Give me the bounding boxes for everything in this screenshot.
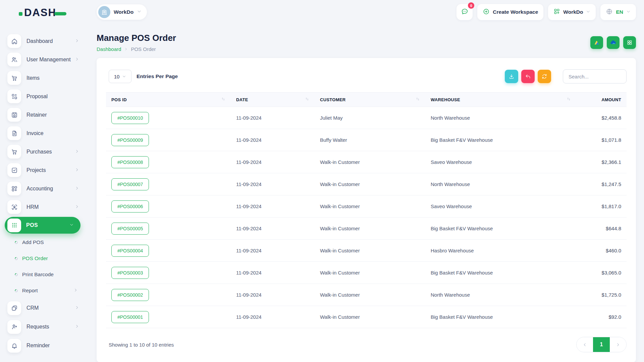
- sidebar-item-report[interactable]: Report: [0, 283, 87, 299]
- floppy-icon: [7, 108, 21, 122]
- logo-dash: [54, 12, 66, 15]
- date-cell: 11-09-2024: [231, 195, 315, 218]
- amount-cell: $92.0: [576, 306, 627, 328]
- warehouse-cell: Saveo Warehouse: [425, 151, 576, 173]
- sidebar-item-accounting[interactable]: Accounting: [0, 179, 87, 198]
- column-header-customer[interactable]: CUSTOMER: [315, 93, 425, 107]
- warehouse-cell: Big Basket F&V Warehouse: [425, 218, 576, 240]
- date-cell: 11-09-2024: [231, 262, 315, 284]
- table-row: #POS00010 11-09-2024 Juliet May North Wa…: [106, 107, 627, 129]
- column-header-date[interactable]: DATE: [231, 93, 315, 107]
- create-workspace-button[interactable]: Create Workspace: [477, 4, 543, 20]
- sidebar-item-requests[interactable]: Requests: [0, 317, 87, 336]
- pos-id-badge[interactable]: #POS00002: [111, 289, 149, 301]
- pos-order-table: POS ID DATE CUSTOMER WAREHOUSE AMOUNT #P…: [106, 92, 627, 328]
- workspace-selector[interactable]: WorkDo: [97, 4, 147, 20]
- sidebar-item-purchases[interactable]: Purchases: [0, 142, 87, 161]
- page-title: Manage POS Order: [97, 33, 176, 43]
- logo-text: DASH: [24, 7, 56, 19]
- date-cell: 11-09-2024: [231, 107, 315, 129]
- customer-cell: Walk-in Customer: [315, 262, 425, 284]
- pos-id-cell: #POS00003: [106, 262, 231, 284]
- pos-id-badge[interactable]: #POS00006: [111, 200, 149, 213]
- pagination-next-button[interactable]: [610, 337, 626, 352]
- pos-id-cell: #POS00006: [106, 195, 231, 218]
- date-cell: 11-09-2024: [231, 173, 315, 195]
- copy-squares-icon: [7, 301, 21, 315]
- pos-id-cell: #POS00007: [106, 173, 231, 195]
- sidebar-item-invoice[interactable]: Invoice: [0, 124, 87, 142]
- check-square-icon: [7, 163, 21, 177]
- pos-id-badge[interactable]: #POS00003: [111, 267, 149, 279]
- pos-table-body: #POS00010 11-09-2024 Juliet May North Wa…: [106, 107, 627, 328]
- app-logo[interactable]: DASH: [19, 7, 66, 19]
- pos-id-badge[interactable]: #POS00010: [111, 112, 149, 124]
- onedrive-icon: [610, 39, 617, 46]
- topbar: DASH WorkDo 0 Create Workspace WorkDo EN: [0, 0, 644, 24]
- sidebar-item-user-management[interactable]: User Management: [0, 50, 87, 69]
- sidebar-item-dashboard[interactable]: Dashboard: [0, 32, 87, 50]
- sort-icon[interactable]: [305, 97, 309, 102]
- pagination-prev-button[interactable]: [577, 337, 593, 352]
- amount-cell: $2,366.1: [576, 151, 627, 173]
- warehouse-cell: North Warehouse: [425, 173, 576, 195]
- sidebar-item-hrm[interactable]: HRM: [0, 198, 87, 216]
- chevron-left-icon: [583, 343, 587, 347]
- sidebar-item-pos[interactable]: POS: [5, 217, 80, 234]
- sidebar-item-items[interactable]: Items: [0, 69, 87, 87]
- chat-icon: [461, 8, 469, 17]
- sort-icon[interactable]: [416, 97, 420, 102]
- customer-cell: Walk-in Customer: [315, 151, 425, 173]
- workspace-dropdown[interactable]: WorkDo: [548, 4, 596, 20]
- chevron-right-icon: [75, 38, 79, 44]
- grid-view-button[interactable]: [623, 36, 636, 49]
- amount-cell: $2,458.8: [576, 107, 627, 129]
- sidebar-item-crm[interactable]: CRM: [0, 299, 87, 317]
- users-icon: [7, 53, 21, 66]
- search-input[interactable]: [563, 69, 627, 83]
- amount-cell: $1,725.0: [576, 284, 627, 306]
- pos-id-badge[interactable]: #POS00008: [111, 156, 149, 168]
- sidebar-item-proposal[interactable]: Proposal: [0, 87, 87, 106]
- pos-id-badge[interactable]: #POS00005: [111, 223, 149, 235]
- entries-per-page-select[interactable]: 10: [109, 70, 131, 83]
- onedrive-button[interactable]: [607, 36, 620, 49]
- pos-id-badge[interactable]: #POS00007: [111, 178, 149, 190]
- sidebar-item-projects[interactable]: Projects: [0, 161, 87, 179]
- grid-plus-icon: [7, 182, 21, 195]
- sidebar-item-pos-order[interactable]: POS Order: [0, 250, 87, 266]
- refresh-button[interactable]: [538, 70, 551, 83]
- google-drive-button[interactable]: [590, 36, 603, 49]
- sidebar-item-reminder[interactable]: Reminder: [0, 336, 87, 355]
- warehouse-cell: North Warehouse: [425, 107, 576, 129]
- column-header-warehouse[interactable]: WAREHOUSE: [425, 93, 576, 107]
- warehouse-cell: Big Basket F&V Warehouse: [425, 129, 576, 151]
- sidebar-item-print-barcode[interactable]: Print Barcode: [0, 266, 87, 283]
- entries-per-page-label: Entries Per Page: [137, 73, 178, 79]
- pos-id-badge[interactable]: #POS00001: [111, 311, 149, 323]
- column-header-pos-id[interactable]: POS ID: [106, 93, 231, 107]
- reset-button[interactable]: [521, 70, 535, 83]
- sidebar: Dashboard User Management Items Proposal…: [0, 24, 87, 362]
- table-row: #POS00003 11-09-2024 Walk-in Customer Bi…: [106, 262, 627, 284]
- pos-id-badge[interactable]: #POS00004: [111, 245, 149, 257]
- bullet-icon: [14, 256, 18, 261]
- pagination-current-page[interactable]: 1: [593, 337, 610, 352]
- chevron-down-icon: [69, 222, 74, 228]
- language-selector[interactable]: EN: [600, 4, 636, 20]
- google-drive-icon: [593, 39, 600, 46]
- breadcrumb: Dashboard POS Order: [97, 46, 176, 52]
- globe-icon: [606, 8, 613, 16]
- export-button[interactable]: [505, 70, 518, 83]
- sort-icon[interactable]: [221, 97, 225, 102]
- pos-id-badge[interactable]: #POS00009: [111, 134, 149, 146]
- messages-button[interactable]: 0: [457, 4, 473, 20]
- sort-icon[interactable]: [567, 97, 571, 102]
- chevron-right-icon: [73, 288, 78, 294]
- column-header-amount[interactable]: AMOUNT: [576, 93, 627, 107]
- breadcrumb-dashboard-link[interactable]: Dashboard: [97, 46, 121, 52]
- messages-badge: 0: [468, 2, 474, 9]
- bullet-icon: [14, 240, 18, 245]
- sidebar-item-add-pos[interactable]: Add POS: [0, 234, 87, 250]
- sidebar-item-retainer[interactable]: Retainer: [0, 106, 87, 124]
